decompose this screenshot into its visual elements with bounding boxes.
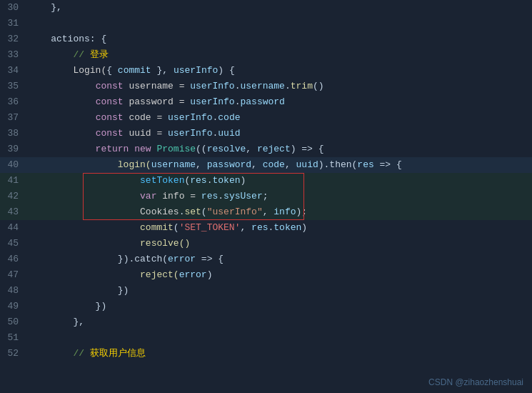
line-number: 51	[0, 330, 26, 346]
line-content: actions: {	[26, 31, 532, 47]
code-line: 36 const password = userInfo.password	[0, 94, 532, 110]
code-line: 41 setToken(res.token)	[0, 173, 532, 189]
line-content: const code = userInfo.code	[26, 110, 532, 126]
code-line: 48 })	[0, 283, 532, 299]
line-number: 43	[0, 204, 26, 220]
line-content: const username = userInfo.username.trim(…	[26, 79, 532, 94]
line-content: // 获取用户信息	[26, 346, 532, 362]
line-content: Login({ commit }, userInfo) {	[26, 63, 532, 79]
line-number: 49	[0, 299, 26, 314]
code-line: 42 var info = res.sysUser;	[0, 189, 532, 204]
line-content: const uuid = userInfo.uuid	[26, 126, 532, 141]
line-number: 48	[0, 283, 26, 299]
line-number: 45	[0, 236, 26, 252]
line-content: return new Promise((resolve, reject) => …	[26, 141, 532, 157]
line-number: 46	[0, 252, 26, 267]
line-content: const password = userInfo.password	[26, 94, 532, 110]
line-content: commit('SET_TOKEN', res.token)	[26, 220, 532, 236]
line-number: 32	[0, 31, 26, 47]
code-editor: 30 },31 32 actions: {33 // 登录34 Login({ …	[0, 0, 532, 393]
code-line: 50 },	[0, 314, 532, 330]
line-number: 40	[0, 157, 26, 173]
line-content: })	[26, 299, 532, 314]
code-line: 32 actions: {	[0, 31, 532, 47]
code-line: 47 reject(error)	[0, 267, 532, 283]
code-line: 49 })	[0, 299, 532, 314]
line-number: 33	[0, 47, 26, 63]
line-number: 42	[0, 189, 26, 204]
line-content: resolve()	[26, 236, 532, 252]
watermark: CSDN @zihaozhenshuai	[428, 377, 523, 387]
watermark-user: @zihaozhenshuai	[455, 377, 523, 387]
code-line: 35 const username = userInfo.username.tr…	[0, 79, 532, 94]
line-number: 47	[0, 267, 26, 283]
line-content	[26, 16, 532, 31]
watermark-platform: CSDN	[428, 377, 453, 387]
line-content: // 登录	[26, 47, 532, 63]
line-number: 36	[0, 94, 26, 110]
code-line: 45 resolve()	[0, 236, 532, 252]
line-number: 50	[0, 314, 26, 330]
line-number: 44	[0, 220, 26, 236]
line-number: 34	[0, 63, 26, 79]
line-content: login(username, password, code, uuid).th…	[26, 157, 532, 173]
line-content: reject(error)	[26, 267, 532, 283]
code-line: 46 }).catch(error => {	[0, 252, 532, 267]
line-content: }).catch(error => {	[26, 252, 532, 267]
code-line: 51	[0, 330, 532, 346]
line-content: var info = res.sysUser;	[26, 189, 532, 204]
code-line: 44 commit('SET_TOKEN', res.token)	[0, 220, 532, 236]
line-content: setToken(res.token)	[26, 173, 532, 189]
code-line: 34 Login({ commit }, userInfo) {	[0, 63, 532, 79]
line-number: 39	[0, 141, 26, 157]
line-content: Cookies.set("userInfo", info);	[26, 204, 532, 220]
code-line: 39 return new Promise((resolve, reject) …	[0, 141, 532, 157]
line-content	[26, 330, 532, 346]
code-line: 30 },	[0, 0, 532, 16]
line-number: 37	[0, 110, 26, 126]
line-number: 52	[0, 346, 26, 362]
line-content: })	[26, 283, 532, 299]
code-line: 43 Cookies.set("userInfo", info);	[0, 204, 532, 220]
code-line: 37 const code = userInfo.code	[0, 110, 532, 126]
code-line: 31	[0, 16, 532, 31]
line-content: },	[26, 314, 532, 330]
code-line: 40 login(username, password, code, uuid)…	[0, 157, 532, 173]
line-number: 38	[0, 126, 26, 141]
line-content: },	[26, 0, 532, 16]
code-line: 38 const uuid = userInfo.uuid	[0, 126, 532, 141]
code-line: 52 // 获取用户信息	[0, 346, 532, 362]
line-number: 41	[0, 173, 26, 189]
line-number: 35	[0, 79, 26, 94]
line-number: 30	[0, 0, 26, 16]
line-number: 31	[0, 16, 26, 31]
code-line: 33 // 登录	[0, 47, 532, 63]
